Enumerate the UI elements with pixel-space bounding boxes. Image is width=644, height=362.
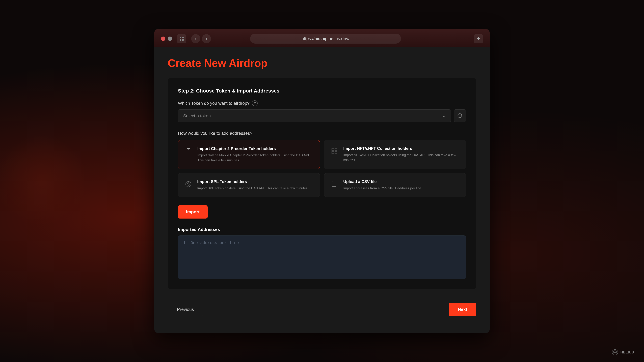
next-button[interactable]: Next (449, 303, 476, 316)
main-card: Step 2: Choose Token & Import Addresses … (168, 78, 476, 289)
option-chapter2-desc: Import Solana Mobile Chapter 2 Preorder … (198, 153, 314, 163)
svg-rect-3 (182, 39, 184, 41)
svg-point-18 (616, 352, 617, 353)
token-section-label: Which Token do you want to airdrop? ? (178, 100, 466, 106)
option-nft-content: Import NFT/cNFT Collection holders Impor… (343, 146, 460, 163)
option-chapter2-content: Import Chapter 2 Preorder Token holders … (198, 146, 314, 163)
chevron-down-icon: ⌄ (442, 114, 446, 118)
svg-rect-1 (182, 37, 184, 38)
svg-point-17 (613, 352, 614, 353)
helius-brand-name: HELIUS (620, 350, 634, 355)
tab-grid-icon[interactable] (177, 34, 186, 43)
import-button[interactable]: Import (178, 205, 208, 219)
step-label: Step 2: Choose Token & Import Addresses (178, 88, 466, 94)
close-dot[interactable] (161, 36, 165, 41)
svg-rect-0 (180, 37, 181, 38)
option-spl-content: Import SPL Token holders Import SPL Toke… (197, 179, 314, 191)
svg-rect-2 (180, 39, 181, 41)
imported-addresses-label: Imported Addresses (178, 227, 466, 232)
browser-navigation: ‹ › (191, 34, 211, 43)
svg-rect-8 (335, 148, 337, 151)
help-icon[interactable]: ? (252, 100, 258, 106)
option-chapter2-title: Import Chapter 2 Preorder Token holders (198, 146, 314, 151)
option-chapter2[interactable]: Import Chapter 2 Preorder Token holders … (178, 140, 320, 169)
svg-rect-7 (332, 148, 334, 151)
svg-rect-12 (332, 181, 336, 187)
forward-button[interactable]: › (202, 34, 211, 43)
window-controls (161, 36, 172, 41)
svg-point-11 (186, 182, 191, 187)
csv-icon (330, 180, 338, 188)
svg-point-5 (188, 153, 189, 153)
page-content: Create New Airdrop Step 2: Choose Token … (154, 47, 490, 333)
imported-addresses-textarea[interactable]: 1 One address per line (178, 236, 466, 279)
option-spl-desc: Import SPL Token holders using the DAS A… (197, 186, 314, 191)
token-icon (184, 180, 192, 188)
svg-rect-6 (188, 149, 189, 149)
svg-rect-9 (332, 151, 334, 154)
token-select-dropdown[interactable]: Select a token ⌄ (178, 109, 451, 122)
option-spl[interactable]: Import SPL Token holders Import SPL Toke… (178, 173, 320, 197)
token-select-row: Select a token ⌄ (178, 109, 466, 122)
svg-rect-10 (335, 151, 337, 154)
page-title: Create New Airdrop (168, 57, 476, 69)
refresh-button[interactable] (454, 109, 466, 122)
address-section-label: How would you like to add addresses? (178, 131, 466, 136)
new-tab-button[interactable]: + (474, 34, 483, 43)
address-placeholder: One address per line (190, 241, 239, 245)
helius-branding: HELIUS (612, 349, 634, 355)
svg-point-15 (615, 350, 615, 351)
helius-logo-icon (612, 349, 618, 355)
option-csv-content: Upload a CSV file Import addresses from … (343, 179, 460, 191)
address-options-grid: Import Chapter 2 Preorder Token holders … (178, 140, 466, 197)
svg-point-16 (615, 354, 615, 354)
option-nft-title: Import NFT/cNFT Collection holders (343, 146, 460, 151)
option-spl-title: Import SPL Token holders (197, 179, 314, 184)
option-nft-desc: Import NFT/cNFT Collection holders using… (343, 152, 460, 163)
line-number: 1 (183, 241, 186, 245)
browser-window: ‹ › https://airship.helius.dev/ + Create… (154, 29, 490, 333)
nft-icon (330, 147, 338, 155)
previous-button[interactable]: Previous (168, 303, 203, 316)
minimize-dot[interactable] (168, 36, 172, 41)
url-bar[interactable]: https://airship.helius.dev/ (250, 34, 401, 43)
browser-chrome: ‹ › https://airship.helius.dev/ + (154, 29, 490, 47)
back-button[interactable]: ‹ (191, 34, 200, 43)
option-csv[interactable]: Upload a CSV file Import addresses from … (324, 173, 466, 197)
background-decoration (0, 131, 84, 231)
option-nft[interactable]: Import NFT/cNFT Collection holders Impor… (324, 140, 466, 169)
option-csv-title: Upload a CSV file (343, 179, 460, 184)
svg-point-14 (614, 352, 616, 353)
option-csv-desc: Import addresses from a CSV file. 1 addr… (343, 186, 460, 191)
navigation-row: Previous Next (168, 298, 476, 320)
mobile-icon (184, 147, 193, 155)
